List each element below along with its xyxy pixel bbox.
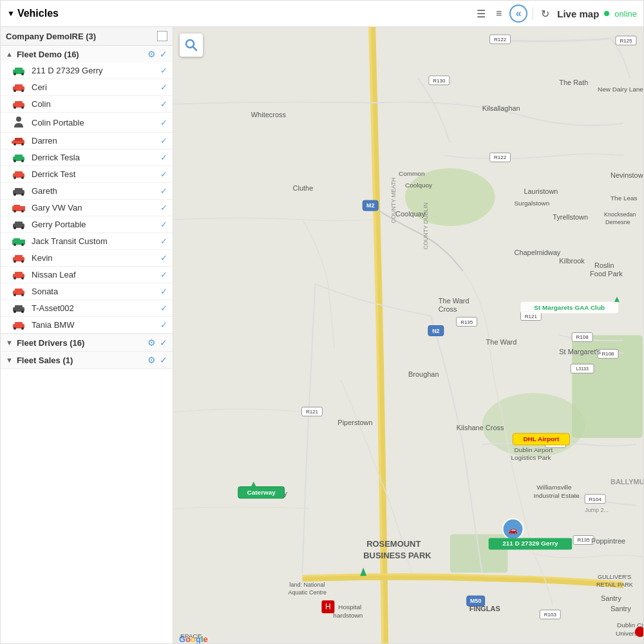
- vehicle-check[interactable]: ✓: [160, 220, 167, 229]
- header-divider: [533, 7, 533, 20]
- company-checkbox[interactable]: [157, 31, 167, 41]
- vehicle-check[interactable]: ✓: [160, 203, 167, 213]
- vehicle-check[interactable]: ✓: [160, 303, 167, 313]
- svg-rect-9: [15, 101, 23, 104]
- vehicle-name: Gerry Portable: [32, 220, 160, 229]
- vehicle-check[interactable]: ✓: [160, 118, 167, 128]
- fleet-drivers-header[interactable]: ▼ Fleet Drivers (16) ⚙ ✓: [1, 334, 173, 351]
- svg-text:Santry: Santry: [601, 594, 621, 602]
- vehicle-item[interactable]: Nissan Leaf ✓: [1, 267, 173, 283]
- filter-list-icon[interactable]: ≡: [493, 6, 504, 21]
- svg-text:Dublin Airport: Dublin Airport: [514, 446, 553, 453]
- svg-rect-31: [14, 205, 20, 207]
- svg-text:FINGLAS: FINGLAS: [469, 605, 500, 612]
- fleet-demo-header[interactable]: ▲ Fleet Demo (16) ⚙ ✓: [1, 46, 173, 62]
- svg-point-45: [21, 260, 24, 263]
- map-search-button[interactable]: [180, 33, 203, 57]
- vehicle-item[interactable]: Gary VW Van ✓: [1, 200, 173, 216]
- vehicle-item[interactable]: Sonata ✓: [1, 283, 173, 300]
- vehicle-item[interactable]: T-Asset002 ✓: [1, 300, 173, 317]
- svg-rect-51: [15, 289, 23, 292]
- vehicle-item[interactable]: 211 D 27329 Gerry ✓: [1, 62, 173, 79]
- fleet-sales-title-left: ▼ Fleet Sales (1): [6, 355, 73, 365]
- svg-text:Roslin: Roslin: [594, 261, 614, 269]
- fleet-sales-header[interactable]: ▼ Fleet Sales (1) ⚙ ✓: [1, 352, 173, 368]
- svg-point-41: [21, 243, 24, 246]
- svg-text:R125: R125: [620, 38, 632, 44]
- fleet-sales-filter-icon[interactable]: ⚙: [147, 355, 156, 365]
- fleet-drivers-filter-icon[interactable]: ⚙: [147, 337, 156, 348]
- header-title: ▼ Vehicles: [7, 8, 59, 19]
- svg-rect-5: [15, 84, 23, 88]
- vehicle-icon-red: [10, 270, 28, 279]
- svg-rect-23: [15, 171, 23, 175]
- svg-text:ROSEMOUNT: ROSEMOUNT: [366, 539, 421, 549]
- vehicle-icon-red: [10, 83, 28, 92]
- svg-text:Chapelmidway: Chapelmidway: [514, 249, 560, 256]
- vehicle-item[interactable]: Tania BMW ✓: [1, 317, 173, 334]
- vehicle-check[interactable]: ✓: [160, 287, 167, 296]
- fleet-drivers-caret: ▼: [6, 339, 13, 346]
- fleet-sales-check-icon[interactable]: ✓: [160, 355, 167, 365]
- company-header[interactable]: Company DemoIRE (3): [1, 27, 173, 46]
- svg-text:Jump 2...: Jump 2...: [585, 507, 609, 513]
- vehicle-check[interactable]: ✓: [160, 66, 167, 75]
- svg-text:Hospital: Hospital: [338, 603, 361, 611]
- refresh-icon[interactable]: ↻: [538, 6, 552, 21]
- svg-point-7: [21, 90, 24, 92]
- svg-text:R135: R135: [578, 537, 591, 543]
- svg-rect-43: [15, 255, 23, 258]
- fleet-demo-check-icon[interactable]: ✓: [160, 49, 167, 59]
- svg-rect-55: [15, 305, 23, 308]
- vehicle-check[interactable]: ✓: [160, 270, 167, 279]
- vehicle-item[interactable]: Ceri ✓: [1, 79, 173, 96]
- vehicle-check[interactable]: ✓: [160, 82, 167, 92]
- online-dot: [604, 11, 609, 16]
- vehicle-item[interactable]: Gareth ✓: [1, 183, 173, 200]
- fleet-demo-filter-icon[interactable]: ⚙: [147, 49, 156, 59]
- vehicle-item[interactable]: Colin ✓: [1, 96, 173, 113]
- vehicle-icon-red: [10, 137, 28, 146]
- svg-text:RETAIL PARK: RETAIL PARK: [596, 582, 633, 588]
- back-icon[interactable]: «: [509, 5, 527, 23]
- svg-rect-59: [15, 322, 23, 325]
- fleet-drivers-title-left: ▼ Fleet Drivers (16): [6, 338, 84, 348]
- vehicle-item[interactable]: Colin Portable ✓: [1, 113, 173, 133]
- svg-text:Caterway: Caterway: [247, 489, 276, 496]
- vehicle-item[interactable]: Jack Transit Custom ✓: [1, 233, 173, 250]
- svg-point-36: [14, 227, 16, 229]
- vehicle-check[interactable]: ✓: [160, 99, 167, 109]
- vehicle-check[interactable]: ✓: [160, 320, 167, 330]
- svg-point-44: [14, 260, 16, 263]
- vehicle-item[interactable]: Derrick Tesla ✓: [1, 149, 173, 166]
- svg-text:The Rath: The Rath: [559, 79, 588, 86]
- svg-text:R121: R121: [525, 314, 538, 319]
- vehicle-icon-red: [10, 287, 28, 296]
- vehicle-check[interactable]: ✓: [160, 236, 167, 246]
- vehicle-check[interactable]: ✓: [160, 186, 167, 196]
- vehicle-icon-dark: [10, 187, 28, 196]
- svg-text:Broughan: Broughan: [408, 370, 439, 378]
- vehicle-check[interactable]: ✓: [160, 136, 167, 146]
- vehicle-item[interactable]: Kevin ✓: [1, 250, 173, 267]
- svg-text:BALLYMUN: BALLYMUN: [611, 478, 643, 486]
- svg-text:Williamsville: Williamsville: [536, 484, 572, 491]
- svg-point-52: [14, 294, 16, 296]
- sidebar: Company DemoIRE (3) ▲ Fleet Demo (16) ⚙ …: [1, 27, 173, 643]
- header-icons: ☰ ≡ « ↻ Live map online: [474, 5, 637, 23]
- svg-rect-19: [15, 155, 23, 158]
- svg-text:Cluthe: Cluthe: [293, 184, 314, 192]
- fleet-drivers-check-icon[interactable]: ✓: [160, 337, 167, 348]
- fleet-drivers-name: Fleet Drivers (16): [17, 338, 85, 348]
- vehicles-title: Vehicles: [17, 8, 59, 19]
- fleet-demo-title-left: ▲ Fleet Demo (16): [6, 50, 79, 59]
- vehicle-check[interactable]: ✓: [160, 253, 167, 263]
- map-area[interactable]: R122 R125 M2 N2 R121 R121 R130 R122: [173, 27, 643, 643]
- vehicle-item[interactable]: Derrick Test ✓: [1, 166, 173, 183]
- vehicle-icon-green: [10, 153, 28, 162]
- layout-icon[interactable]: ☰: [474, 6, 488, 21]
- vehicle-item[interactable]: Darren ✓: [1, 133, 173, 149]
- vehicle-item[interactable]: Gerry Portable ✓: [1, 216, 173, 233]
- vehicle-check[interactable]: ✓: [160, 169, 167, 179]
- vehicle-check[interactable]: ✓: [160, 153, 167, 162]
